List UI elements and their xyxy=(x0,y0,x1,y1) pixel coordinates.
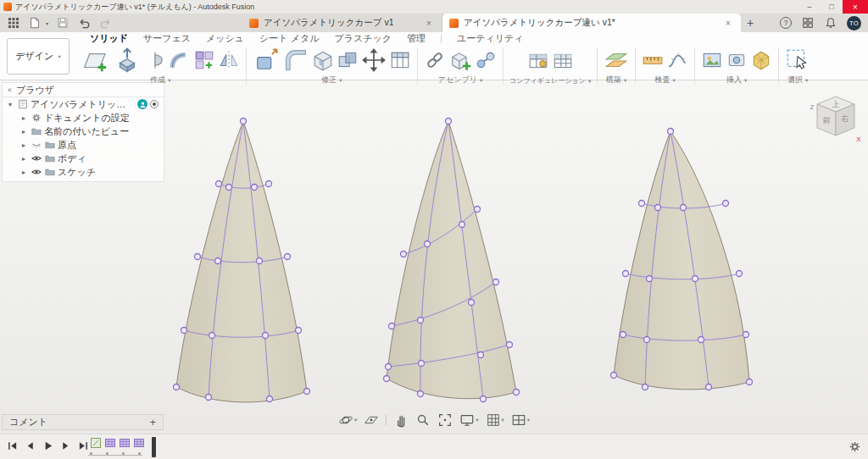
configuration-icon[interactable] xyxy=(527,50,549,72)
minimize-button[interactable]: – xyxy=(798,0,821,14)
surface-body-3[interactable] xyxy=(611,129,753,390)
panel-label-modify[interactable]: 修正▾ xyxy=(321,75,342,86)
ribbon-tab-sheetmetal[interactable]: シート メタル xyxy=(259,32,319,45)
panel-label-assemble[interactable]: アセンブリ▾ xyxy=(438,75,482,86)
zoom-button[interactable] xyxy=(414,412,432,429)
combine-icon[interactable] xyxy=(337,49,359,71)
timeline-track[interactable] xyxy=(88,451,142,456)
ribbon-tab-solid[interactable]: ソリッド xyxy=(90,32,128,45)
redo-button[interactable] xyxy=(98,16,112,30)
orbit-button[interactable]: ▾ xyxy=(337,412,359,429)
expand-caret-icon[interactable]: ▸ xyxy=(19,169,28,176)
panel-label-configure[interactable]: コンフィギュレーション▾ xyxy=(509,76,591,86)
browser-item-bodies[interactable]: ▸ ボディ xyxy=(3,152,164,165)
panel-label-construct[interactable]: 構築▾ xyxy=(606,75,626,86)
browser-item-origin[interactable]: ▸ 原点 xyxy=(3,138,164,152)
add-comment-button[interactable]: + xyxy=(149,416,156,429)
timeline-scrubber-handle[interactable] xyxy=(152,437,156,457)
sweep-icon[interactable] xyxy=(169,49,191,71)
insert-link-icon[interactable] xyxy=(424,49,446,71)
surface-feature-icon[interactable] xyxy=(133,437,145,451)
joint-icon[interactable] xyxy=(475,49,497,71)
viewports-button[interactable]: ▾ xyxy=(509,412,531,429)
curvature-analysis-icon[interactable] xyxy=(666,49,688,71)
modeling-viewport[interactable]: « ブラウザ ▾ アイソパラメトリックカーブ違い... ▸ ドキュメント xyxy=(0,80,868,459)
select-icon[interactable] xyxy=(785,47,810,73)
step-forward-button[interactable] xyxy=(60,440,71,453)
eye-icon[interactable] xyxy=(31,167,42,178)
expand-caret-icon[interactable]: ▸ xyxy=(19,114,28,122)
expand-caret-icon[interactable]: ▸ xyxy=(19,141,28,149)
ribbon-tab-plastic[interactable]: プラスチック xyxy=(334,32,392,45)
expand-caret-icon[interactable]: ▸ xyxy=(19,155,28,163)
go-to-start-button[interactable] xyxy=(7,440,18,453)
grid-settings-button[interactable]: ▾ xyxy=(484,412,506,429)
panel-label-insert[interactable]: 挿入▾ xyxy=(726,75,747,86)
tab-close-icon[interactable]: × xyxy=(423,19,435,28)
expand-caret-icon[interactable]: ▸ xyxy=(19,128,28,135)
move-copy-icon[interactable] xyxy=(361,47,387,73)
timeline-settings-button[interactable] xyxy=(849,440,861,455)
ribbon-tab-mesh[interactable]: メッシュ xyxy=(206,32,244,45)
pan-button[interactable] xyxy=(392,412,410,429)
display-settings-button[interactable]: ▾ xyxy=(458,412,480,429)
fit-view-button[interactable] xyxy=(436,412,454,429)
ribbon-tab-surface[interactable]: サーフェス xyxy=(143,32,191,45)
surface-body-2[interactable] xyxy=(384,119,520,402)
tab-close-icon[interactable]: × xyxy=(722,19,734,28)
eye-off-icon[interactable] xyxy=(31,140,42,151)
panel-label-select[interactable]: 選択▾ xyxy=(787,75,808,86)
activate-component-radio[interactable] xyxy=(150,100,159,108)
configuration-table-icon[interactable] xyxy=(552,50,574,72)
new-component-icon[interactable] xyxy=(448,48,472,72)
eye-icon[interactable] xyxy=(31,153,42,164)
help-button[interactable]: ? xyxy=(780,17,792,29)
new-tab-button[interactable]: + xyxy=(741,14,760,32)
browser-root-row[interactable]: ▾ アイソパラメトリックカーブ違い... xyxy=(3,97,164,111)
view-cube[interactable]: 上 前 右 Z X xyxy=(809,87,863,145)
create-sketch-icon[interactable] xyxy=(81,46,110,75)
play-button[interactable] xyxy=(42,440,53,453)
maximize-button[interactable]: □ xyxy=(821,0,843,14)
insert-mesh-icon[interactable] xyxy=(750,49,772,71)
extrude-icon[interactable] xyxy=(113,46,142,75)
document-tab-active[interactable]: アイソパラメトリックカーブ違い v1* × xyxy=(442,14,741,32)
press-pull-icon[interactable] xyxy=(253,47,280,74)
profile-avatar[interactable]: TO xyxy=(847,16,861,30)
fillet-icon[interactable] xyxy=(282,47,309,74)
change-parameters-icon[interactable] xyxy=(389,49,411,71)
insert-canvas-icon[interactable] xyxy=(701,49,723,71)
undo-button[interactable] xyxy=(77,16,91,30)
panel-label-inspect[interactable]: 検査▾ xyxy=(655,75,676,86)
browser-item-sketches[interactable]: ▸ スケッチ xyxy=(3,165,164,179)
panel-collapse-icon[interactable]: « xyxy=(8,86,12,94)
close-button[interactable]: × xyxy=(843,0,868,14)
notifications-button[interactable] xyxy=(824,16,837,30)
file-menu-button[interactable] xyxy=(28,16,42,30)
ribbon-tab-manage[interactable]: 管理 xyxy=(407,32,426,45)
expand-caret-icon[interactable]: ▾ xyxy=(6,101,14,108)
surface-feature-icon[interactable] xyxy=(104,437,116,451)
browser-item-document-settings[interactable]: ▸ ドキュメントの設定 xyxy=(3,111,164,124)
data-panel-toggle-button[interactable] xyxy=(7,16,20,30)
comments-panel[interactable]: コメント + xyxy=(2,414,164,430)
extensions-button[interactable] xyxy=(801,16,815,30)
decal-icon[interactable] xyxy=(726,49,748,71)
file-menu-caret-icon[interactable]: ▾ xyxy=(46,20,48,26)
step-back-button[interactable] xyxy=(25,440,36,453)
mirror-icon[interactable] xyxy=(218,49,240,71)
shell-icon[interactable] xyxy=(312,49,334,71)
measure-icon[interactable] xyxy=(642,49,664,71)
ribbon-tab-utilities[interactable]: ユーティリティ xyxy=(457,32,524,45)
pattern-icon[interactable] xyxy=(193,49,215,71)
surface-feature-icon[interactable] xyxy=(119,437,131,451)
browser-item-named-views[interactable]: ▸ 名前の付いたビュー xyxy=(3,124,164,138)
document-tab[interactable]: アイソパラメトリックカーブ v1 × xyxy=(242,14,442,32)
revolve-icon[interactable] xyxy=(144,49,166,71)
panel-label-create[interactable]: 作成▾ xyxy=(150,75,170,86)
save-button[interactable] xyxy=(56,16,70,30)
look-at-button[interactable] xyxy=(362,412,381,429)
sketch-feature-icon[interactable] xyxy=(90,437,102,451)
construction-plane-icon[interactable] xyxy=(604,47,629,73)
surface-body-1[interactable] xyxy=(174,119,310,402)
